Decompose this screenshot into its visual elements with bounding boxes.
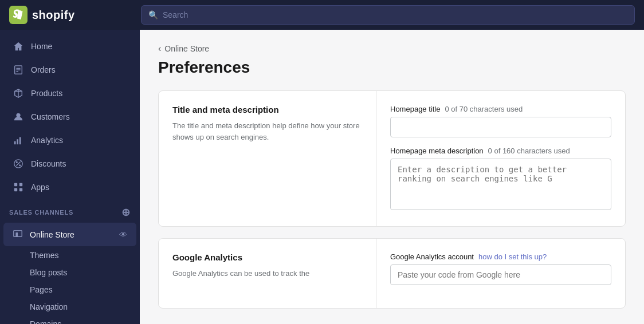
title-meta-card: Title and meta description The title and…: [158, 90, 626, 227]
ga-account-label: Google Analytics account how do I set th…: [390, 252, 611, 261]
online-store-left: Online Store: [13, 228, 74, 240]
svg-rect-16: [19, 183, 22, 186]
google-analytics-card: Google Analytics Google Analytics can be…: [158, 238, 626, 309]
sidebar-item-apps[interactable]: Apps: [3, 176, 136, 199]
add-sales-channel-icon[interactable]: ⊕: [121, 206, 131, 219]
homepage-title-input[interactable]: [390, 117, 611, 137]
main-layout: Home Orders Products Customers Analytics: [0, 30, 644, 324]
svg-rect-9: [17, 139, 18, 144]
svg-rect-10: [19, 137, 21, 145]
sidebar-label-products: Products: [31, 89, 62, 98]
svg-rect-20: [15, 232, 18, 236]
search-bar[interactable]: 🔍: [141, 5, 635, 25]
products-icon: [13, 88, 24, 99]
svg-rect-17: [14, 188, 17, 191]
title-meta-left: Title and meta description The title and…: [159, 91, 376, 226]
discounts-icon: [13, 158, 24, 169]
homepage-title-label: Homepage title 0 of 70 characters used: [390, 105, 611, 113]
ga-account-input[interactable]: [390, 264, 611, 285]
sidebar-sub-blog-posts[interactable]: Blog posts: [0, 264, 140, 281]
homepage-meta-textarea[interactable]: [390, 159, 611, 210]
sales-channels-header: SALES CHANNELS ⊕: [0, 199, 140, 222]
sidebar: Home Orders Products Customers Analytics: [0, 30, 140, 324]
title-meta-right: Homepage title 0 of 70 characters used H…: [376, 91, 625, 226]
sidebar-item-analytics[interactable]: Analytics: [3, 129, 136, 152]
page-title: Preferences: [158, 58, 626, 77]
orders-icon: [13, 64, 24, 76]
logo-area: shopify: [9, 6, 141, 24]
svg-point-13: [16, 161, 17, 163]
google-analytics-heading: Google Analytics: [172, 252, 362, 262]
sidebar-item-home[interactable]: Home: [3, 35, 136, 58]
google-analytics-desc: Google Analytics can be used to track th…: [172, 268, 362, 279]
sidebar-item-products[interactable]: Products: [3, 82, 136, 105]
svg-rect-15: [14, 183, 17, 186]
breadcrumb[interactable]: ‹ Online Store: [158, 44, 626, 54]
customers-icon: [13, 111, 24, 123]
sidebar-item-customers[interactable]: Customers: [3, 105, 136, 128]
search-icon: 🔍: [148, 10, 158, 19]
breadcrumb-parent: Online Store: [164, 44, 209, 53]
shopify-logo-icon: [9, 6, 28, 24]
sidebar-label-customers: Customers: [31, 112, 70, 121]
sidebar-sub-themes[interactable]: Themes: [0, 247, 140, 264]
title-meta-heading: Title and meta description: [172, 105, 362, 114]
online-store-icon: [13, 228, 23, 240]
sales-channels-label: SALES CHANNELS: [9, 209, 73, 216]
online-store-eye-icon[interactable]: 👁: [119, 230, 127, 239]
sidebar-item-orders[interactable]: Orders: [3, 58, 136, 81]
apps-icon: [13, 181, 24, 193]
ga-setup-link[interactable]: how do I set this up?: [478, 252, 547, 261]
svg-point-14: [19, 165, 21, 166]
svg-point-7: [16, 113, 20, 117]
sidebar-label-apps: Apps: [31, 183, 49, 192]
online-store-label: Online Store: [30, 230, 74, 239]
analytics-icon: [13, 135, 24, 146]
homepage-meta-char-count: 0 of 160 characters used: [488, 147, 570, 155]
topbar: shopify 🔍: [0, 0, 644, 30]
sidebar-label-discounts: Discounts: [31, 159, 66, 168]
sidebar-label-home: Home: [31, 42, 52, 51]
svg-rect-8: [14, 141, 16, 144]
title-meta-desc: The title and meta description help defi…: [172, 120, 362, 143]
search-input[interactable]: [163, 10, 627, 19]
homepage-title-char-count: 0 of 70 characters used: [445, 105, 523, 113]
sidebar-label-orders: Orders: [31, 65, 56, 74]
google-analytics-left: Google Analytics Google Analytics can be…: [159, 239, 376, 308]
homepage-meta-label: Homepage meta description 0 of 160 chara…: [390, 147, 611, 155]
sidebar-item-discounts[interactable]: Discounts: [3, 152, 136, 175]
home-icon: [13, 41, 24, 52]
content-area: ‹ Online Store Preferences Title and met…: [140, 30, 644, 324]
breadcrumb-arrow: ‹: [158, 44, 161, 54]
svg-rect-18: [19, 188, 22, 191]
sidebar-sub-navigation[interactable]: Navigation: [0, 298, 140, 315]
google-analytics-right: Google Analytics account how do I set th…: [376, 239, 625, 308]
sidebar-item-online-store[interactable]: Online Store 👁: [3, 223, 136, 246]
sidebar-label-analytics: Analytics: [31, 136, 63, 145]
sidebar-sub-pages[interactable]: Pages: [0, 281, 140, 298]
logo-text: shopify: [32, 9, 75, 22]
sidebar-sub-domains[interactable]: Domains: [0, 315, 140, 324]
